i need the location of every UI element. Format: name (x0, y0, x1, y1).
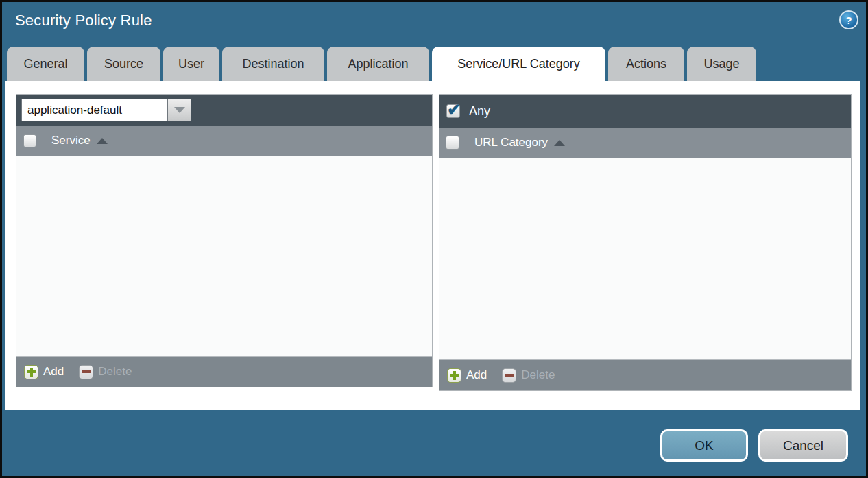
service-type-input[interactable] (21, 99, 168, 121)
plus-icon (24, 365, 38, 379)
service-add-button[interactable]: Add (24, 365, 64, 379)
cancel-button[interactable]: Cancel (758, 429, 848, 462)
ok-button[interactable]: OK (660, 429, 748, 462)
url-category-column-label: URL Category (474, 136, 548, 150)
url-category-delete-button[interactable]: Delete (502, 368, 555, 383)
sort-asc-icon (97, 138, 108, 144)
service-panel: Service Add Delete (16, 94, 433, 387)
service-footer: Add Delete (16, 356, 432, 387)
question-mark-glyph: ? (845, 14, 852, 26)
security-policy-rule-dialog: Security Policy Rule ? General Source Us… (0, 0, 868, 478)
plus-icon (447, 368, 461, 383)
tab-service-url-category[interactable]: Service/URL Category (432, 47, 605, 81)
tab-general[interactable]: General (7, 47, 84, 81)
tab-actions[interactable]: Actions (608, 47, 684, 81)
tab-application[interactable]: Application (327, 47, 429, 81)
any-checkbox-label: Any (469, 104, 490, 119)
tab-source[interactable]: Source (87, 47, 160, 81)
delete-button-label: Delete (98, 365, 132, 379)
delete-button-label: Delete (521, 368, 555, 382)
add-button-label: Add (43, 365, 64, 379)
service-list-body (16, 156, 432, 356)
url-category-footer: Add Delete (439, 359, 851, 390)
service-column-label: Service (51, 134, 91, 147)
url-category-select-all-cell (439, 128, 466, 158)
url-category-list-body (439, 158, 851, 359)
service-select-all-checkbox[interactable] (23, 134, 36, 147)
service-select-all-cell (16, 126, 43, 156)
add-button-label: Add (466, 368, 487, 382)
help-icon[interactable]: ? (839, 10, 858, 29)
tab-usage[interactable]: Usage (687, 47, 756, 81)
service-type-dropdown-button[interactable] (168, 99, 191, 121)
any-checkbox[interactable] (446, 104, 460, 118)
tab-content-area: Service Add Delete Any (5, 81, 860, 410)
tab-user[interactable]: User (163, 47, 219, 81)
minus-icon (502, 368, 516, 383)
service-toolbar (16, 95, 432, 126)
tab-destination[interactable]: Destination (222, 47, 324, 81)
url-category-toolbar: Any (439, 95, 851, 128)
chevron-down-icon (174, 107, 185, 113)
service-delete-button[interactable]: Delete (79, 365, 132, 379)
service-column-header[interactable]: Service (16, 126, 432, 156)
url-category-column-header[interactable]: URL Category (439, 128, 851, 158)
dialog-title: Security Policy Rule (15, 12, 152, 29)
sort-asc-icon (554, 140, 565, 146)
minus-icon (79, 365, 93, 379)
url-category-select-all-checkbox[interactable] (446, 136, 459, 150)
service-type-combo (21, 99, 191, 121)
url-category-add-button[interactable]: Add (447, 368, 487, 383)
url-category-panel: Any URL Category Add Delete (439, 94, 852, 391)
tab-bar: General Source User Destination Applicat… (7, 47, 756, 81)
